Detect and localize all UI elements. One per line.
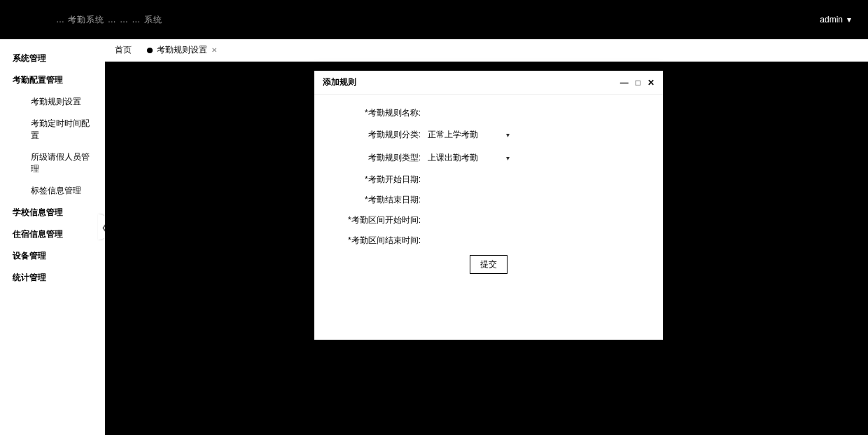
sidebar-item-attendance-config[interactable]: 考勤配置管理 [0,69,105,91]
topbar: … 考勤系统 … … … 系统 admin ▾ [0,0,868,39]
minimize-icon[interactable]: — [620,78,629,87]
chevron-down-icon: ▾ [506,154,510,162]
modal-header[interactable]: 添加规则 — □ ✕ [314,71,663,95]
tab-home[interactable]: 首页 [115,44,132,56]
app-title: … 考勤系统 … … … 系统 [56,14,162,26]
user-menu[interactable]: admin ▾ [820,15,851,25]
content: 首页 考勤规则设置 ✕ 添加规则 — □ ✕ [105,39,868,435]
workarea: 添加规则 — □ ✕ *考勤规则名称: 考勤规则分类: [105,62,868,435]
modal-title: 添加规则 [323,76,356,88]
active-dot-icon [147,48,153,53]
submit-row: 提交 [334,255,643,274]
label-rule-type: 考勤规则类型: [334,152,425,164]
row-end-date: *考勤结束日期: [334,194,643,206]
label-rule-category: 考勤规则分类: [334,129,425,141]
tab-attendance-rule[interactable]: 考勤规则设置 ✕ [147,44,217,56]
sidebar-item-device-mgmt[interactable]: 设备管理 [0,245,105,267]
sidebar: 系统管理 考勤配置管理 考勤规则设置 考勤定时时间配置 所级请假人员管理 标签信… [0,39,105,435]
modal-add-rule: 添加规则 — □ ✕ *考勤规则名称: 考勤规则分类: [314,71,663,340]
label-end-date: *考勤结束日期: [334,194,425,206]
select-rule-type-value: 上课出勤考勤 [428,152,478,164]
tab-active-label: 考勤规则设置 [157,44,207,56]
row-start-date: *考勤开始日期: [334,174,643,186]
label-interval-start: *考勤区间开始时间: [334,214,425,226]
close-tab-icon[interactable]: ✕ [211,46,217,54]
label-start-date: *考勤开始日期: [334,174,425,186]
select-rule-category[interactable]: 正常上学考勤 ▾ [425,127,512,142]
row-interval-end: *考勤区间结束时间: [334,235,643,247]
select-rule-type[interactable]: 上课出勤考勤 ▾ [425,151,512,165]
sidebar-item-leave-mgmt[interactable]: 所级请假人员管理 [0,146,105,180]
modal-controls: — □ ✕ [620,78,654,87]
tabbar: 首页 考勤规则设置 ✕ [105,39,868,62]
sidebar-item-attendance-timer[interactable]: 考勤定时时间配置 [0,113,105,146]
sidebar-item-stats-mgmt[interactable]: 统计管理 [0,267,105,289]
tab-home-label: 首页 [115,44,132,56]
select-rule-category-value: 正常上学考勤 [428,129,478,141]
sidebar-item-attendance-rule[interactable]: 考勤规则设置 [0,91,105,113]
main: 系统管理 考勤配置管理 考勤规则设置 考勤定时时间配置 所级请假人员管理 标签信… [0,39,868,435]
row-rule-category: 考勤规则分类: 正常上学考勤 ▾ [334,127,643,142]
submit-button[interactable]: 提交 [470,255,507,274]
label-interval-end: *考勤区间结束时间: [334,235,425,247]
row-rule-type: 考勤规则类型: 上课出勤考勤 ▾ [334,151,643,165]
close-icon[interactable]: ✕ [648,78,654,87]
sidebar-item-system-mgmt[interactable]: 系统管理 [0,48,105,69]
chevron-down-icon: ▾ [506,131,510,139]
row-rule-name: *考勤规则名称: [334,107,643,119]
row-interval-start: *考勤区间开始时间: [334,214,643,226]
sidebar-item-tag-info[interactable]: 标签信息管理 [0,180,105,202]
sidebar-item-dorm-info[interactable]: 住宿信息管理 [0,223,105,245]
maximize-icon[interactable]: □ [636,78,640,87]
sidebar-item-school-info[interactable]: 学校信息管理 [0,202,105,223]
label-rule-name: *考勤规则名称: [334,107,425,119]
user-label: admin [820,15,843,25]
modal-body: *考勤规则名称: 考勤规则分类: 正常上学考勤 ▾ 考勤规 [314,95,663,281]
chevron-down-icon: ▾ [847,15,851,25]
